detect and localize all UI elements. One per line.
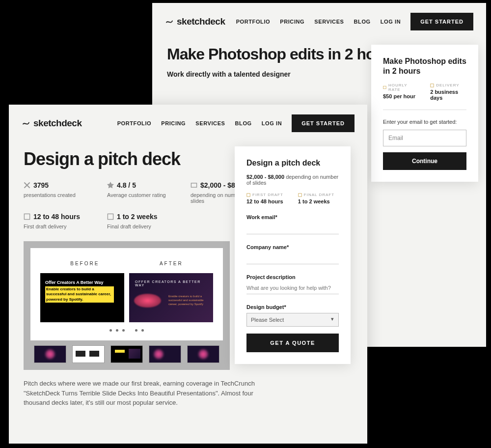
stat-created: 3795 presentations created [24, 181, 82, 204]
carousel-dots [40, 329, 213, 332]
nav-pricing[interactable]: PRICING [280, 19, 304, 25]
get-started-button[interactable]: GET STARTED [410, 13, 473, 30]
svg-rect-5 [247, 193, 250, 196]
rate-value: $50 per hour [383, 93, 416, 99]
cross-icon [24, 182, 30, 189]
topnav-back: sketchdeck PORTFOLIO PRICING SERVICES BL… [152, 3, 486, 40]
quote-card-pitchdeck: Design a pitch deck $2,000 - $8,000 depe… [235, 146, 351, 364]
thumb[interactable] [72, 345, 105, 363]
before-image: Offer Creators A Better Way Enable creat… [40, 273, 124, 322]
email-input[interactable] [246, 222, 339, 234]
budget-label: Design budget* [246, 304, 339, 310]
star-icon [107, 182, 114, 189]
calendar-icon [107, 213, 114, 220]
calendar-icon [430, 84, 434, 87]
dot-active[interactable] [129, 329, 131, 332]
brand-text: sketchdeck [177, 16, 225, 27]
signup-card-photoshop: Make Photoshop edits in 2 hours HOURLY R… [371, 45, 478, 182]
final-draft: FINAL DRAFT 1 to 2 weeks [298, 193, 334, 204]
nav-login[interactable]: LOG IN [381, 19, 401, 25]
email-input[interactable]: Email [383, 130, 466, 146]
get-started-button[interactable]: GET STARTED [292, 114, 355, 132]
after-image: OFFER CREATORS A BETTER WAY Enable creat… [129, 273, 213, 322]
card-price: $2,000 - $8,000 depending on number of s… [246, 174, 339, 186]
company-label: Company name* [246, 244, 339, 250]
logo-icon [22, 119, 30, 128]
brand-logo[interactable]: sketchdeck [165, 16, 225, 27]
dot[interactable] [141, 329, 144, 332]
nav-pricing[interactable]: PRICING [161, 120, 186, 126]
desc-input[interactable] [246, 282, 339, 294]
slide: BEFORE AFTER Offer Creators A Better Way… [30, 248, 223, 340]
meta-rate: HOURLY RATE $50 per hour [383, 83, 416, 101]
dot[interactable] [116, 329, 118, 332]
card-title: Design a pitch deck [246, 158, 339, 168]
ba-images: Offer Creators A Better Way Enable creat… [40, 273, 213, 322]
ba-labels: BEFORE AFTER [40, 261, 213, 266]
stat-rating: 4.8 / 5 Average customer rating [107, 181, 166, 204]
dot[interactable] [122, 329, 125, 332]
price-icon [191, 182, 197, 189]
before-label: BEFORE [70, 261, 99, 266]
rate-label: HOURLY RATE [383, 83, 416, 92]
svg-rect-1 [431, 84, 434, 86]
stat-final-draft: 1 to 2 weeks Final draft delivery [107, 213, 166, 229]
nav-blog[interactable]: BLOG [354, 19, 371, 25]
nav-login[interactable]: LOG IN [262, 120, 282, 126]
budget-select[interactable]: Please Select [246, 313, 339, 327]
thumb[interactable] [149, 345, 181, 363]
carousel-thumbs [30, 345, 223, 363]
graphic-blob [134, 294, 161, 308]
divider [383, 110, 466, 110]
calendar-icon [24, 213, 30, 220]
nav-portfolio[interactable]: PORTFOLIO [236, 19, 271, 25]
company-input[interactable] [246, 252, 339, 264]
dot[interactable] [135, 329, 137, 332]
calendar-icon [298, 193, 302, 197]
nav-links-back: PORTFOLIO PRICING SERVICES BLOG LOG IN G… [236, 13, 473, 30]
nav-portfolio[interactable]: PORTFOLIO [117, 120, 152, 126]
nav-blog[interactable]: BLOG [235, 120, 252, 126]
budget-select-wrap: Please Select [246, 313, 339, 327]
brand-text: sketchdeck [33, 118, 82, 129]
after-label: AFTER [160, 261, 183, 266]
nav-services[interactable]: SERVICES [195, 120, 225, 126]
lead-text: Enter your email to get started: [383, 119, 466, 125]
delivery-value: 2 business days [430, 89, 466, 101]
nav-links-front: PORTFOLIO PRICING SERVICES BLOG LOG IN G… [117, 114, 355, 132]
email-label: Work email* [246, 214, 339, 220]
calendar-icon [246, 193, 250, 197]
thumb[interactable] [110, 345, 143, 363]
brand-logo[interactable]: sketchdeck [22, 118, 82, 129]
svg-rect-3 [24, 214, 29, 219]
card-draft-row: FIRST DRAFT 12 to 48 hours FINAL DRAFT 1… [246, 193, 339, 204]
description-text: Pitch decks where were we made our first… [9, 370, 294, 417]
clock-icon [383, 85, 386, 89]
get-quote-button[interactable]: GET A QUOTE [246, 334, 339, 352]
first-draft: FIRST DRAFT 12 to 48 hours [246, 193, 283, 204]
card-title: Make Photoshop edits in 2 hours [383, 56, 466, 76]
before-after-carousel: BEFORE AFTER Offer Creators A Better Way… [24, 241, 230, 370]
card-meta-row: HOURLY RATE $50 per hour DELIVERY 2 busi… [383, 83, 466, 101]
thumb[interactable] [187, 345, 219, 363]
desc-label: Project description [246, 274, 339, 280]
continue-button[interactable]: Continue [383, 152, 466, 170]
thumb[interactable] [34, 345, 66, 363]
stat-first-draft: 12 to 48 hours First draft delivery [24, 213, 82, 229]
svg-rect-6 [299, 193, 301, 196]
delivery-label: DELIVERY [430, 83, 466, 87]
svg-rect-0 [383, 86, 386, 89]
svg-rect-2 [191, 183, 196, 187]
logo-icon [165, 17, 174, 26]
svg-rect-4 [108, 214, 113, 219]
meta-delivery: DELIVERY 2 business days [430, 83, 466, 101]
topnav-front: sketchdeck PORTFOLIO PRICING SERVICES BL… [9, 105, 367, 142]
nav-services[interactable]: SERVICES [314, 19, 344, 25]
dot[interactable] [109, 329, 112, 332]
